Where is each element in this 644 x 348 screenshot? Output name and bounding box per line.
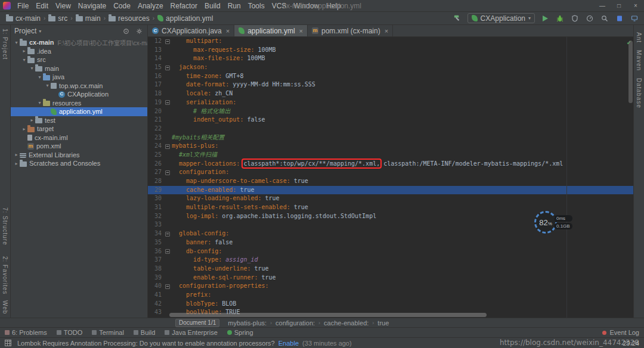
menu-analyze[interactable]: Analyze <box>134 0 167 12</box>
vertical-scrollbar[interactable] <box>628 41 633 103</box>
code-line-23[interactable]: 23#mybaits相关配置 <box>148 133 633 142</box>
code-line-28[interactable]: 28 map-underscore-to-camel-case: true <box>148 177 633 186</box>
fold-icon[interactable] <box>165 249 170 254</box>
chevron-down-icon[interactable]: ▾ <box>29 66 35 71</box>
run-configuration-select[interactable]: CXApplication ▾ <box>467 13 535 23</box>
breadcrumb-application-yml[interactable]: application.yml <box>156 14 214 23</box>
tool-window-button-6-problems[interactable]: 6: Problems <box>5 329 47 336</box>
minimize-button[interactable]: — <box>594 0 611 12</box>
close-icon[interactable]: × <box>226 27 230 35</box>
editor-breadcrumb-mybatis-plus[interactable]: mybatis-plus: <box>228 319 267 327</box>
fold-icon[interactable] <box>165 66 170 70</box>
tree-item-cx-main[interactable]: ▾cx-mainF:\初心项目\初心工作室项目\cx-main <box>11 38 147 47</box>
tab-pom-xml-cx-main[interactable]: mpom.xml (cx-main)× <box>308 25 393 36</box>
tool-window-button-web[interactable]: Web <box>2 300 8 314</box>
tool-window-button-7-structure[interactable]: 7: Structure <box>2 207 8 246</box>
tree-item-top-wp-cx-main[interactable]: ▾top.wp.cx.main <box>11 82 147 91</box>
editor-breadcrumb-true[interactable]: true <box>377 319 389 327</box>
tree-item-target[interactable]: ▸target <box>11 125 147 133</box>
code-line-13[interactable]: 13 max-request-size: 100MB <box>148 46 633 55</box>
code-line-14[interactable]: 14 max-file-size: 100MB <box>148 54 633 63</box>
code-line-37[interactable]: 37 id-type: assign_id <box>148 256 633 265</box>
fold-icon[interactable] <box>165 232 170 237</box>
menu-refactor[interactable]: Refactor <box>167 0 201 12</box>
menu-tools[interactable]: Tools <box>244 0 268 12</box>
tool-window-button-1-project[interactable]: 1: Project <box>2 29 8 60</box>
breadcrumb-resources[interactable]: resources <box>107 14 151 23</box>
close-button[interactable]: × <box>627 0 644 12</box>
chevron-down-icon[interactable]: ▾ <box>44 83 51 88</box>
tree-item-cx-main-iml[interactable]: cx-main.iml <box>11 133 147 142</box>
code-line-21[interactable]: 21 indent_output: false <box>148 116 633 125</box>
code-line-30[interactable]: 30 lazy-loading-enabled: true <box>148 194 633 203</box>
chevron-down-icon[interactable]: ▾ <box>13 40 20 45</box>
chevron-down-icon[interactable]: ▾ <box>36 74 43 80</box>
enable-annotation-processors-link[interactable]: Enable <box>278 340 299 347</box>
tool-window-button-todo[interactable]: TODO <box>57 329 83 336</box>
tool-window-button-spring[interactable]: Spring <box>227 329 253 336</box>
coverage-button[interactable] <box>570 14 580 23</box>
panel-settings-button[interactable] <box>134 26 144 36</box>
debug-button[interactable] <box>555 14 565 23</box>
caret-position-indicator[interactable]: 29:24 <box>623 340 639 347</box>
fold-icon[interactable] <box>165 170 170 175</box>
fold-icon[interactable] <box>165 144 170 149</box>
code-line-22[interactable]: 22 <box>148 125 633 133</box>
code-line-26[interactable]: 26 mapper-locations: classpath*:top/wp/c… <box>148 160 633 169</box>
chevron-down-icon[interactable]: ▾ <box>36 100 43 105</box>
editor-body[interactable]: 12 multipart:13 max-request-size: 100MB1… <box>148 37 633 318</box>
tab-application-yml[interactable]: application.yml× <box>234 25 308 36</box>
tool-window-button-database[interactable]: Database <box>636 78 642 108</box>
profiler-button[interactable] <box>585 14 595 23</box>
run-button[interactable] <box>540 14 550 23</box>
code-line-19[interactable]: 19 serialization: <box>148 98 633 107</box>
chevron-down-icon[interactable]: ▾ <box>21 57 27 63</box>
tree-item-src[interactable]: ▾src <box>11 55 147 64</box>
toolbar-extra-button-2[interactable] <box>630 14 639 23</box>
tool-window-button-maven[interactable]: Maven <box>636 50 642 71</box>
close-icon[interactable]: × <box>299 27 303 35</box>
menu-navigate[interactable]: Navigate <box>75 0 110 12</box>
tree-item-idea[interactable]: ▸.idea <box>11 47 147 56</box>
tab-cxapplication-java[interactable]: CCXApplication.java× <box>148 25 234 36</box>
fold-icon[interactable] <box>165 100 170 105</box>
menu-help[interactable]: Help <box>323 0 345 12</box>
code-line-24[interactable]: 24mybatis-plus: <box>148 142 633 151</box>
menu-file[interactable]: File <box>14 0 32 12</box>
project-panel-title[interactable]: Project <box>14 27 36 35</box>
chevron-right-icon[interactable]: ▸ <box>21 48 27 54</box>
chevron-right-icon[interactable]: ▸ <box>13 152 20 157</box>
code-line-20[interactable]: 20 # 格式化输出 <box>148 107 633 116</box>
tree-item-java[interactable]: ▾java <box>11 73 147 82</box>
tool-window-switcher-icon[interactable] <box>5 340 11 346</box>
breadcrumb-src[interactable]: src <box>47 14 69 23</box>
tree-item-test[interactable]: ▸test <box>11 116 147 125</box>
code-line-12[interactable]: 12 multipart: <box>148 37 633 46</box>
code-line-42[interactable]: 42 blobType: BLOB <box>148 300 633 309</box>
tool-window-button-event-log[interactable]: Event Log <box>602 329 639 336</box>
code-line-17[interactable]: 17 date-format: yyyy-MM-dd HH:mm:ss.SSS <box>148 80 633 89</box>
editor-breadcrumb-configuration[interactable]: configuration: <box>275 319 315 327</box>
menu-window[interactable]: Window <box>290 0 323 12</box>
menu-edit[interactable]: Edit <box>32 0 52 12</box>
code-line-38[interactable]: 38 table-underline: true <box>148 265 633 274</box>
menu-build[interactable]: Build <box>201 0 224 12</box>
build-hammer-icon[interactable] <box>453 14 462 23</box>
code-line-35[interactable]: 35 banner: false <box>148 238 633 247</box>
breadcrumb-main[interactable]: main <box>75 14 102 23</box>
tool-window-button-ant[interactable]: Ant <box>636 32 642 43</box>
tree-item-resources[interactable]: ▾resources <box>11 99 147 108</box>
code-line-16[interactable]: 16 time-zone: GMT+8 <box>148 72 633 81</box>
code-line-40[interactable]: 40 configuration-properties: <box>148 282 633 291</box>
menu-vcs[interactable]: VCS <box>268 0 290 12</box>
search-button[interactable] <box>600 14 609 23</box>
code-line-27[interactable]: 27 configuration: <box>148 168 633 177</box>
tool-window-button-java-enterprise[interactable]: Java Enterprise <box>165 329 217 336</box>
horizontal-scrollbar[interactable] <box>169 313 487 317</box>
tree-item-application-yml[interactable]: application.yml <box>11 107 147 116</box>
close-icon[interactable]: × <box>385 27 388 35</box>
tool-window-button-build[interactable]: Build <box>134 329 155 336</box>
code-line-39[interactable]: 39 enable-sql-runner: true <box>148 274 633 282</box>
menu-code[interactable]: Code <box>110 0 134 12</box>
code-line-15[interactable]: 15 jackson: <box>148 63 633 72</box>
